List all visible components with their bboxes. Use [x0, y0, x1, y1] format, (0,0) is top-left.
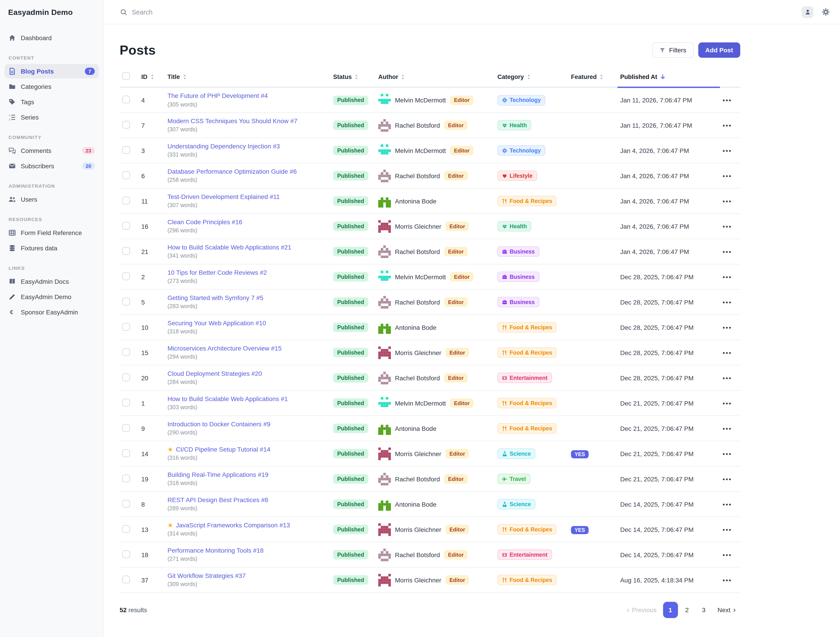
- sidebar-item-series[interactable]: 12Series: [5, 110, 99, 125]
- post-title-link[interactable]: 10 Tips for Better Code Reviews #2: [167, 269, 267, 277]
- row-checkbox[interactable]: [122, 475, 130, 482]
- row-checkbox[interactable]: [122, 247, 130, 255]
- word-count: (316 words): [167, 455, 328, 462]
- row-checkbox[interactable]: [122, 146, 130, 154]
- column-header-category[interactable]: Category: [495, 69, 568, 87]
- post-title-link[interactable]: How to Build Scalable Web Applications #…: [167, 395, 288, 403]
- next-page-button[interactable]: Next ›: [713, 603, 740, 617]
- row-actions-button[interactable]: •••: [723, 222, 732, 230]
- sidebar-item-tags[interactable]: Tags: [5, 95, 99, 109]
- sidebar-item-easyadmin-demo[interactable]: EasyAdmin Demo: [5, 290, 99, 304]
- row-actions-button[interactable]: •••: [723, 147, 732, 154]
- column-header-id[interactable]: ID: [139, 69, 165, 87]
- row-checkbox[interactable]: [122, 373, 130, 381]
- post-title-link[interactable]: Performance Monitoring Tools #18: [167, 547, 264, 555]
- row-actions-button[interactable]: •••: [723, 425, 732, 432]
- user-menu-button[interactable]: [802, 6, 813, 18]
- post-title-link[interactable]: Database Performance Optimization Guide …: [167, 168, 297, 176]
- row-actions-button[interactable]: •••: [723, 551, 732, 558]
- sidebar-item-fixtures-data[interactable]: Fixtures data: [5, 241, 99, 255]
- sidebar-item-dashboard[interactable]: Dashboard: [5, 31, 99, 45]
- select-all-checkbox[interactable]: [122, 72, 130, 80]
- add-post-button[interactable]: Add Post: [698, 43, 740, 58]
- column-header-title[interactable]: Title: [165, 69, 330, 87]
- column-header-author[interactable]: Author: [376, 69, 495, 87]
- row-checkbox[interactable]: [122, 500, 130, 507]
- row-actions-button[interactable]: •••: [723, 399, 732, 407]
- post-title-link[interactable]: Introduction to Docker Containers #9: [167, 421, 270, 428]
- published-at: Dec 28, 2025, 7:06:47 PM: [617, 365, 720, 391]
- row-checkbox[interactable]: [122, 449, 130, 457]
- page-button-3[interactable]: 3: [696, 602, 711, 618]
- file-text-icon: [9, 68, 16, 75]
- row-checkbox[interactable]: [122, 525, 130, 533]
- sidebar-item-label: Comments: [21, 147, 51, 154]
- row-checkbox[interactable]: [122, 96, 130, 103]
- row-checkbox[interactable]: [122, 576, 130, 583]
- row-actions-button[interactable]: •••: [723, 450, 732, 457]
- post-title-link[interactable]: Test-Driven Development Explained #11: [167, 193, 280, 201]
- search-input[interactable]: [132, 8, 321, 16]
- sidebar-item-categories[interactable]: Categories: [5, 79, 99, 94]
- row-actions-button[interactable]: •••: [723, 324, 732, 331]
- sidebar-item-sponsor-easyadmin[interactable]: €Sponsor EasyAdmin: [5, 305, 99, 319]
- row-actions-button[interactable]: •••: [723, 374, 732, 382]
- row-checkbox[interactable]: [122, 222, 130, 229]
- post-title-link[interactable]: Git Workflow Strategies #37: [167, 572, 246, 580]
- row-actions-button[interactable]: •••: [723, 298, 732, 306]
- column-header-status[interactable]: Status: [330, 69, 376, 87]
- row-actions-button[interactable]: •••: [723, 475, 732, 482]
- row-actions-button[interactable]: •••: [723, 526, 732, 533]
- post-title-link[interactable]: JavaScript Frameworks Comparison #13: [176, 522, 290, 530]
- post-title-link[interactable]: Microservices Architecture Overview #15: [167, 345, 282, 353]
- author-name: Morris Gleichner: [395, 576, 441, 583]
- filters-button[interactable]: Filters: [652, 43, 693, 58]
- post-title-link[interactable]: Cloud Deployment Strategies #20: [167, 370, 262, 378]
- row-actions-button[interactable]: •••: [723, 121, 732, 129]
- page-button-2[interactable]: 2: [679, 602, 695, 618]
- sidebar-item-easyadmin-docs[interactable]: EasyAdmin Docs: [5, 274, 99, 289]
- row-actions-button[interactable]: •••: [723, 197, 732, 205]
- post-title-link[interactable]: Modern CSS Techniques You Should Know #7: [167, 117, 297, 125]
- column-header-featured[interactable]: Featured: [568, 69, 617, 87]
- row-checkbox[interactable]: [122, 323, 130, 330]
- post-title-link[interactable]: Securing Your Web Application #10: [167, 319, 266, 327]
- post-title-link[interactable]: How to Build Scalable Web Applications #…: [167, 244, 291, 252]
- row-checkbox[interactable]: [122, 424, 130, 432]
- row-checkbox[interactable]: [122, 197, 130, 204]
- post-title-link[interactable]: CI/CD Pipeline Setup Tutorial #14: [176, 446, 270, 454]
- status-badge: Published: [333, 449, 368, 458]
- column-header-published-at[interactable]: Published At: [617, 69, 720, 87]
- row-actions-button[interactable]: •••: [723, 349, 732, 356]
- sidebar-item-form-field-reference[interactable]: Form Field Reference: [5, 225, 99, 240]
- sidebar-item-blog-posts[interactable]: Blog Posts7: [5, 64, 99, 79]
- row-checkbox[interactable]: [122, 298, 130, 305]
- row-actions-button[interactable]: •••: [723, 172, 732, 179]
- row-actions-button[interactable]: •••: [723, 273, 732, 281]
- page-button-1[interactable]: 1: [663, 602, 678, 618]
- sidebar-item-users[interactable]: Users: [5, 192, 99, 207]
- sidebar-item-subscribers[interactable]: Subscribers20: [5, 159, 99, 173]
- row-actions-button[interactable]: •••: [723, 248, 732, 255]
- row-actions-button[interactable]: •••: [723, 576, 732, 583]
- post-title-link[interactable]: Understanding Dependency Injection #3: [167, 143, 280, 150]
- post-id: 37: [139, 567, 165, 593]
- post-title-link[interactable]: REST API Design Best Practices #8: [167, 496, 268, 504]
- row-actions-button[interactable]: •••: [723, 501, 732, 508]
- row-actions-button[interactable]: •••: [723, 96, 732, 104]
- previous-page-button[interactable]: ‹ Previous: [622, 603, 661, 617]
- role-badge: Editor: [450, 398, 474, 408]
- row-checkbox[interactable]: [122, 171, 130, 179]
- settings-button[interactable]: [821, 8, 830, 16]
- row-checkbox[interactable]: [122, 348, 130, 356]
- post-title-link[interactable]: Clean Code Principles #16: [167, 218, 242, 226]
- post-title-link[interactable]: The Future of PHP Development #4: [167, 92, 268, 100]
- row-checkbox[interactable]: [122, 550, 130, 558]
- row-checkbox[interactable]: [122, 121, 130, 128]
- row-checkbox[interactable]: [122, 399, 130, 406]
- sidebar-item-comments[interactable]: Comments23: [5, 143, 99, 158]
- word-count: (271 words): [167, 556, 328, 563]
- row-checkbox[interactable]: [122, 272, 130, 280]
- post-title-link[interactable]: Building Real-Time Applications #19: [167, 471, 268, 479]
- post-title-link[interactable]: Getting Started with Symfony 7 #5: [167, 294, 264, 302]
